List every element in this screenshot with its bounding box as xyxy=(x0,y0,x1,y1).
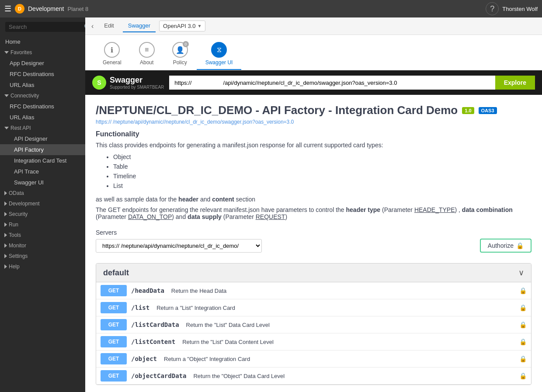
tools-toggle-icon xyxy=(4,233,7,237)
endpoint-lock-icon: 🔒 xyxy=(519,355,527,362)
endpoint-desc: Return the "List" Data Card Level xyxy=(186,322,270,328)
sidebar-item-home[interactable]: Home xyxy=(0,36,85,47)
functionality-desc: This class provides endpoints for genera… xyxy=(96,142,532,149)
sidebar-section-tools[interactable]: Tools xyxy=(0,230,85,240)
api-version-badge: 1.0 xyxy=(462,107,474,114)
endpoint-desc: Return the Head Data xyxy=(171,288,226,294)
swagger-logo: S Swagger Supported by SMARTBEAR xyxy=(92,76,164,90)
dropdown-arrow-icon: ▼ xyxy=(198,24,202,28)
monitor-toggle-icon xyxy=(4,243,7,248)
sidebar-item-integration-card-test[interactable]: Integration Card Test xyxy=(0,155,85,166)
content-area: ‹ Edit Swagger OpenAPI 3.0 ▼ ℹ General ≡… xyxy=(85,17,542,392)
run-toggle-icon xyxy=(4,222,7,227)
tab-general[interactable]: ℹ General xyxy=(94,38,130,70)
tab-policy-label: Policy xyxy=(173,59,187,66)
sidebar-section-development[interactable]: Development xyxy=(0,198,85,209)
user-name[interactable]: Thorsten Wolf xyxy=(502,6,538,12)
endpoint-row-listcontent[interactable]: GET /listContent Return the "List" Data … xyxy=(96,333,531,350)
menu-icon[interactable]: ☰ xyxy=(4,4,11,14)
sidebar-section-odata[interactable]: OData xyxy=(0,188,85,198)
sidebar-item-api-trace[interactable]: API Trace xyxy=(0,166,85,177)
sidebar-item-api-factory[interactable]: API Factory xyxy=(0,144,85,155)
endpoint-row-object[interactable]: GET /object Return a "Object" Integratio… xyxy=(96,350,531,368)
list-item: Table xyxy=(113,162,532,171)
main-layout: 🔍 ⇓ ⇑ Home Favorites App Designer RFC De… xyxy=(0,17,542,392)
sidebar-section-settings[interactable]: Settings xyxy=(0,251,85,261)
sidebar-item-swagger-ui[interactable]: Swagger UI xyxy=(0,177,85,188)
servers-select[interactable]: https:// /neptune/api/dynamic//neptune/c… xyxy=(96,239,262,253)
sidebar-section-rest-api[interactable]: Rest API xyxy=(0,123,85,133)
endpoint-row-headdata[interactable]: GET /headData Return the Head Data 🔒 xyxy=(96,282,531,299)
endpoint-path: /object xyxy=(131,355,157,362)
swagger-url-input[interactable] xyxy=(169,76,495,90)
method-badge-get: GET xyxy=(101,370,127,382)
sidebar-section-monitor[interactable]: Monitor xyxy=(0,240,85,251)
default-section: default ∨ GET /headData Return the Head … xyxy=(96,263,532,385)
help-button[interactable]: ? xyxy=(486,2,499,15)
sidebar-item-url-alias-fav[interactable]: URL Alias xyxy=(0,80,85,90)
swagger-logo-sub: Supported by SMARTBEAR xyxy=(110,85,164,90)
authorize-label: Authorize xyxy=(488,242,514,249)
tab-about[interactable]: ≡ About xyxy=(130,38,163,70)
endpoint-path: /list xyxy=(131,304,149,311)
endpoint-row-listcarddata[interactable]: GET /listCardData Return the "List" Data… xyxy=(96,316,531,333)
lock-icon: 🔒 xyxy=(516,242,524,249)
sidebar-section-run[interactable]: Run xyxy=(0,219,85,230)
sidebar-item-rfc-destinations[interactable]: RFC Destinations xyxy=(0,101,85,112)
tab-policy[interactable]: 👤 0 Policy xyxy=(163,38,197,70)
tab-swagger-ui-label: Swagger UI xyxy=(205,59,233,66)
endpoint-path: /listCardData xyxy=(131,321,179,328)
tab-swagger-ui[interactable]: ⧖ Swagger UI xyxy=(197,38,242,70)
sidebar-item-rfc-destinations-fav[interactable]: RFC Destinations xyxy=(0,69,85,80)
list-item: List xyxy=(113,181,532,191)
api-url-link[interactable]: https:// /neptune/api/dynamic//neptune/c… xyxy=(96,119,532,125)
explore-button[interactable]: Explore xyxy=(495,76,535,90)
back-button[interactable]: ‹ xyxy=(90,21,95,32)
default-chevron-icon: ∨ xyxy=(518,268,524,278)
sidebar-section-connectivity[interactable]: Connectivity xyxy=(0,90,85,101)
endpoint-desc: Return the "List" Data Content Level xyxy=(182,339,274,345)
endpoint-row-objectcarddata[interactable]: GET /objectCardData Return the "Object" … xyxy=(96,368,531,385)
servers-section: Servers https:// /neptune/api/dynamic//n… xyxy=(96,229,532,253)
policy-badge: 0 xyxy=(183,41,189,47)
swagger-header: S Swagger Supported by SMARTBEAR Explore xyxy=(85,70,542,95)
method-badge-get: GET xyxy=(101,319,127,330)
sidebar-item-url-alias[interactable]: URL Alias xyxy=(0,112,85,123)
app-logo: D xyxy=(15,4,24,14)
servers-label: Servers xyxy=(96,229,532,236)
sidebar-item-app-designer[interactable]: App Designer xyxy=(0,58,85,69)
authorize-button[interactable]: Authorize 🔒 xyxy=(480,239,532,253)
tab-swagger[interactable]: Swagger xyxy=(123,20,156,32)
swagger-logo-title: Swagger xyxy=(110,76,164,85)
endpoint-path: /objectCardData xyxy=(131,372,186,379)
list-item: Timeline xyxy=(113,171,532,181)
default-section-header[interactable]: default ∨ xyxy=(96,264,531,282)
swagger-ui-icon: ⧖ xyxy=(211,42,227,58)
sidebar-section-favorites[interactable]: Favorites xyxy=(0,47,85,58)
sidebar-section-security[interactable]: Security xyxy=(0,209,85,219)
endpoint-desc: Return the "Object" Data Card Level xyxy=(193,373,285,379)
openapi-version-dropdown[interactable]: OpenAPI 3.0 ▼ xyxy=(159,21,205,31)
search-input[interactable] xyxy=(9,24,82,30)
app-subtitle: Planet 8 xyxy=(68,6,89,12)
app-title: Development xyxy=(28,5,64,12)
sidebar-item-api-designer[interactable]: API Designer xyxy=(0,133,85,144)
endpoint-row-list[interactable]: GET /list Return a "List" Integration Ca… xyxy=(96,299,531,316)
api-title: /NEPTUNE/CL_DR_IC_DEMO - API Factory - I… xyxy=(96,104,532,117)
note1: as well as sample data for the header an… xyxy=(96,196,532,203)
tabbar: ‹ Edit Swagger OpenAPI 3.0 ▼ xyxy=(85,17,542,35)
endpoint-lock-icon: 🔒 xyxy=(519,304,527,311)
search-box[interactable]: 🔍 xyxy=(5,22,85,32)
sidebar-section-help[interactable]: Help xyxy=(0,261,85,272)
endpoint-lock-icon: 🔒 xyxy=(519,321,527,328)
endpoint-path: /headData xyxy=(131,287,164,294)
note2: The GET endpoints for generating the rel… xyxy=(96,206,532,220)
tab-edit[interactable]: Edit xyxy=(99,20,119,32)
functionality-title: Functionality xyxy=(96,130,532,138)
sidebar: 🔍 ⇓ ⇑ Home Favorites App Designer RFC De… xyxy=(0,17,85,392)
default-title: default xyxy=(103,268,129,278)
method-badge-get: GET xyxy=(101,336,127,347)
development-toggle-icon xyxy=(4,201,7,206)
openapi-version-label: OpenAPI 3.0 xyxy=(163,23,195,29)
connectivity-toggle-icon xyxy=(4,94,9,97)
